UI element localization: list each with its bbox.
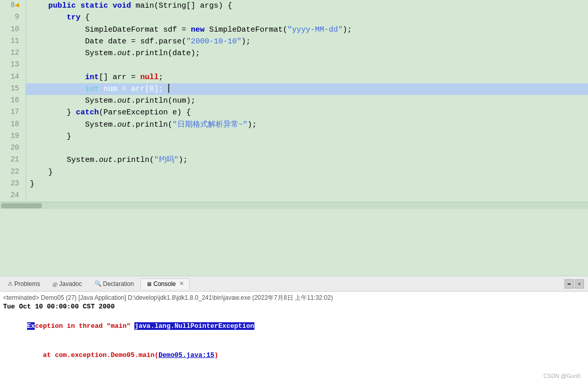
console-terminated-line: <terminated> Demo05 (27) [Java Applicati… (3, 294, 585, 302)
problems-icon: ⚠ (8, 280, 13, 287)
tab-javadoc[interactable]: @ Javadoc (47, 278, 88, 290)
line-content: System.out.println("日期格式解析异常~"); (26, 119, 588, 131)
table-row: 24 (0, 190, 588, 202)
line-number: 17 (0, 107, 26, 118)
table-row: 11 Date date = sdf.parse("2000-10-10"); (0, 36, 588, 47)
table-row: 14 int[] arr = null; (0, 71, 588, 83)
console-error-highlight-rest: java.lang.NullPointerException (134, 322, 254, 330)
line-content: Date date = sdf.parse("2000-10-10"); (26, 36, 588, 47)
line-content (26, 190, 588, 202)
line-number: 22 (0, 166, 26, 178)
code-editor[interactable]: 8◀ public static void main(String[] args… (0, 0, 588, 276)
line-number: 13 (0, 59, 26, 71)
table-row: 19 } (0, 131, 588, 142)
tab-console-label: Console (153, 280, 176, 288)
line-content: System.out.println(date); (26, 47, 588, 59)
console-error-at: at com.exception.Demo05.main( (27, 351, 158, 359)
line-number: 16 (0, 95, 26, 107)
line-number: 15 (0, 83, 26, 95)
console-output: <terminated> Demo05 (27) [Java Applicati… (0, 292, 588, 383)
tab-bar: ⚠ Problems @ Javadoc 🔍 Declaration 🖥 Con… (0, 276, 588, 292)
console-error-link[interactable]: Demo05.java:15 (158, 351, 214, 359)
table-row: 17 } catch(ParseException e) { (0, 107, 588, 118)
tab-javadoc-label: Javadoc (59, 280, 82, 288)
horizontal-scrollbar[interactable] (0, 202, 588, 209)
line-content: } (26, 178, 588, 190)
console-error-highlight-ex: Ex (27, 322, 35, 330)
minimize-button[interactable]: ▬ (565, 279, 574, 289)
table-row: 8◀ public static void main(String[] args… (0, 0, 588, 12)
line-content (26, 142, 588, 154)
line-number: 18 (0, 119, 26, 131)
table-row: 20 (0, 142, 588, 154)
tab-declaration[interactable]: 🔍 Declaration (89, 278, 140, 290)
line-number: 10 (0, 24, 26, 36)
tab-controls: ▬ ✕ (565, 279, 586, 289)
table-row: 15 int num = arr[0];┃ (0, 83, 588, 95)
bottom-panel: ⚠ Problems @ Javadoc 🔍 Declaration 🖥 Con… (0, 276, 588, 383)
line-content: int num = arr[0];┃ (26, 83, 588, 95)
line-content: public static void main(String[] args) { (26, 0, 588, 12)
line-content: } catch(ParseException e) { (26, 107, 588, 118)
console-error-line2: at com.exception.Demo05.main(Demo05.java… (3, 341, 585, 370)
line-number: 20 (0, 142, 26, 154)
line-number: 23 (0, 178, 26, 190)
table-row: 9 try { (0, 12, 588, 23)
console-error-close: ) (214, 351, 218, 359)
line-number: 14 (0, 71, 26, 83)
line-content: } (26, 166, 588, 178)
table-row: 10 SimpleDateFormat sdf = new SimpleDate… (0, 24, 588, 36)
line-content: } (26, 131, 588, 142)
line-number: 21 (0, 154, 26, 166)
console-close-x[interactable]: ✕ (179, 280, 184, 287)
table-row: 16 System.out.println(num); (0, 95, 588, 107)
declaration-icon: 🔍 (95, 280, 102, 287)
tab-declaration-label: Declaration (103, 280, 134, 288)
scroll-thumb[interactable] (1, 203, 42, 208)
line-number: 19 (0, 131, 26, 142)
tab-problems[interactable]: ⚠ Problems (2, 278, 46, 290)
line-content: try { (26, 12, 588, 23)
line-content (26, 59, 588, 71)
line-number: 12 (0, 47, 26, 59)
table-row: 21 System.out.println("约吗"); (0, 154, 588, 166)
tab-console[interactable]: 🖥 Console ✕ (140, 278, 190, 290)
table-row: 23 } (0, 178, 588, 190)
console-output-line1: Tue Oct 10 00:00:00 CST 2000 (3, 302, 585, 312)
watermark: CSDN @Gun0. (544, 373, 582, 379)
table-row: 18 System.out.println("日期格式解析异常~"); (0, 119, 588, 131)
line-content: System.out.println(num); (26, 95, 588, 107)
close-button[interactable]: ✕ (575, 279, 584, 289)
console-icon: 🖥 (146, 281, 152, 287)
table-row: 12 System.out.println(date); (0, 47, 588, 59)
line-content: System.out.println("约吗"); (26, 154, 588, 166)
line-number: 8◀ (0, 0, 26, 12)
javadoc-icon: @ (53, 281, 58, 287)
line-number: 24 (0, 190, 26, 202)
code-table: 8◀ public static void main(String[] args… (0, 0, 588, 202)
console-error-text1: ception in thread "main" (35, 322, 134, 330)
table-row: 22 } (0, 166, 588, 178)
console-error-line1: Exception in thread "main" java.lang.Nul… (3, 312, 585, 341)
line-number: 11 (0, 36, 26, 47)
table-row: 13 (0, 59, 588, 71)
tab-problems-label: Problems (14, 280, 40, 288)
line-content: SimpleDateFormat sdf = new SimpleDateFor… (26, 24, 588, 36)
line-number: 9 (0, 12, 26, 23)
line-content: int[] arr = null; (26, 71, 588, 83)
